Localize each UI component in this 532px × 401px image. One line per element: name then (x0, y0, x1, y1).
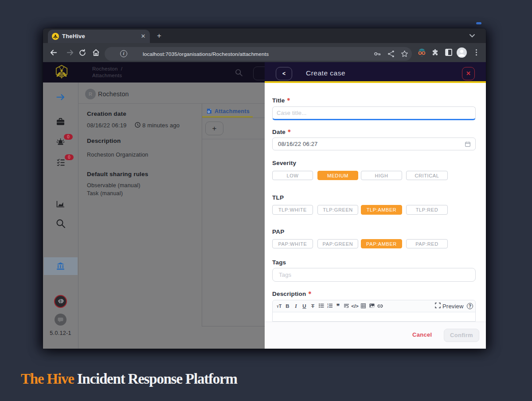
svg-text:2: 2 (327, 306, 329, 308)
